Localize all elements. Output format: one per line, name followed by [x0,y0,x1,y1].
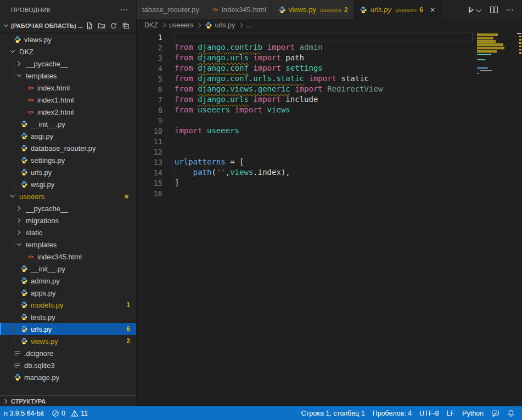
tree-item-database_roouter.py[interactable]: database_roouter.py [0,142,136,154]
indent-guide [15,335,15,347]
code-line-14[interactable]: 14 path('',views.index), [137,167,476,178]
chevron-down-icon [15,241,23,248]
code-line-6[interactable]: 6 from django.views.generic import Redir… [137,84,476,94]
code-line-11[interactable]: 11 [137,136,476,146]
tree-item-index2.html[interactable]: <>index2.html [0,106,136,118]
close-icon[interactable]: × [429,5,436,14]
tree-item-templates[interactable]: templates [0,239,136,251]
tab-urls.py[interactable]: urls.py useeers 6 × [354,0,442,19]
list-icon [13,361,21,370]
explorer-title: ПРОВОДНИК [11,7,116,13]
tree-item-__pycache__[interactable]: __pycache__ [0,58,136,70]
overview-ruler[interactable] [516,31,522,406]
code-line-13[interactable]: 13 urlpatterns = [ [137,157,476,167]
outline-section-header[interactable]: СТРУКТУРА [0,395,136,406]
tree-item-views.py[interactable]: views.py2 [0,335,136,347]
tree-item-urls.py[interactable]: urls.py6 [0,323,136,335]
minimap-code-line [477,67,488,69]
indentation-item[interactable]: Пробелов: 4 [369,410,416,417]
tab-views.py[interactable]: views.py useeers 2 [272,0,354,19]
tree-item-.dcignore[interactable]: .dcignore [0,347,136,359]
code-line-15[interactable]: 15 ] [137,178,476,188]
run-dropdown-icon[interactable] [476,7,482,13]
tree-item-index1.html[interactable]: <>index1.html [0,94,136,106]
language-mode-item[interactable]: Python [458,410,487,417]
tab-tabase_roouter.py[interactable]: tabase_roouter.py [137,0,205,19]
minimap-code-line [477,59,486,60]
code-line-1[interactable]: 1 [137,32,476,42]
tab-label: index345.html [222,5,266,14]
list-icon [13,349,21,357]
minimap[interactable] [476,31,516,406]
tree-item-label: index2.html [37,108,74,116]
tree-item-label: migrations [26,217,59,225]
breadcrumb-item[interactable]: urls.py [204,21,235,30]
chevron-down-icon [15,72,23,80]
cursor-position-item[interactable]: Строка 1, столбец 1 [298,410,369,417]
code-line-2[interactable]: 2 from django.contrib import admin [137,42,476,53]
workspace-section-header[interactable]: (РАБОЧАЯ ОБЛАСТЬ) ... [0,19,136,32]
tree-item-asgi.py[interactable]: asgi.py [0,130,136,142]
indent-guide [15,299,15,311]
code-line-9[interactable]: 9 [137,115,476,126]
code-line-16[interactable]: 16 [137,188,476,198]
chevron-right-icon [2,398,10,405]
ruler-warning-mark [519,36,521,37]
split-editor-icon[interactable] [490,7,498,13]
tree-item-__pycache__[interactable]: __pycache__ [0,202,136,214]
tree-item-static[interactable]: static [0,226,136,239]
tree-item-index345.html[interactable]: <>index345.html [0,251,136,263]
tree-item-views.py[interactable]: views.py [0,33,136,46]
tree-item-urls.py[interactable]: urls.py [0,166,136,178]
tree-item-label: apps.py [31,289,56,297]
tree-item-wsgi.py[interactable]: wsgi.py [0,178,136,190]
code-line-7[interactable]: 7 from django.urls import include [137,94,476,105]
breadcrumb-item[interactable]: useeers [169,21,193,29]
tree-item-label: tests.py [31,313,55,321]
collapse-all-icon[interactable] [122,22,130,30]
refresh-icon[interactable] [110,22,117,30]
tree-item-__init__.py[interactable]: __init__.py [0,263,136,275]
feedback-item[interactable] [487,410,503,417]
tree-item-migrations[interactable]: migrations [0,214,136,226]
tree-item-apps.py[interactable]: apps.py [0,287,136,299]
tree-item-DKZ[interactable]: DKZ [0,46,136,58]
code-editor[interactable]: 1 2 from django.contrib import admin 3 f… [137,31,476,406]
code-line-10[interactable]: 10 import useeers [137,126,476,136]
notifications-item[interactable] [503,410,519,417]
explorer-more-icon[interactable]: ⋯ [116,5,132,15]
tree-item-templates[interactable]: templates [0,70,136,82]
tree-item-manage.py[interactable]: manage.py [0,371,136,383]
code-line-3[interactable]: 3 from django.urls import path [137,53,476,63]
tree-item-models.py[interactable]: models.py1 [0,299,136,311]
tree-item-admin.py[interactable]: admin.py [0,275,136,287]
tree-item-db.sqlite3[interactable]: db.sqlite3 [0,359,136,371]
tree-item-__init__.py[interactable]: __init__.py [0,118,136,130]
tab-index345.html[interactable]: <> index345.html [205,0,272,19]
code-line-8[interactable]: 8 from useeers import views [137,105,476,115]
problems-item[interactable]: 0 11 [48,410,92,417]
feedback-icon [491,410,499,417]
new-file-icon[interactable] [86,22,93,30]
breadcrumb-item[interactable]: DKZ [144,21,158,29]
tree-item-settings.py[interactable]: settings.py [0,154,136,166]
html-icon: <> [26,108,35,116]
tree-item-tests.py[interactable]: tests.py [0,311,136,323]
tree-item-index.html[interactable]: <>index.html [0,82,136,94]
code-line-4[interactable]: 4 from django.conf import settings [137,63,476,73]
code-line-5[interactable]: 5 from django.conf.urls.static import st… [137,73,476,84]
encoding-item[interactable]: UTF-8 [416,410,442,417]
tree-item-useeers[interactable]: useeers [0,190,136,202]
indent-guide [15,154,15,166]
line-content: from django.urls import include [175,94,476,105]
line-content [175,115,476,126]
eol-item[interactable]: LF [442,410,458,417]
breadcrumb-item[interactable]: ... [246,21,251,29]
code-line-12[interactable]: 12 [137,146,476,157]
line-content: path('',views.index), [175,167,476,178]
python-interpreter-item[interactable]: n 3.9.5 64-bit [0,410,48,417]
python-icon [20,144,28,152]
python-icon [20,289,28,297]
editor-more-icon[interactable]: ⋯ [503,5,517,15]
new-folder-icon[interactable] [98,22,105,30]
